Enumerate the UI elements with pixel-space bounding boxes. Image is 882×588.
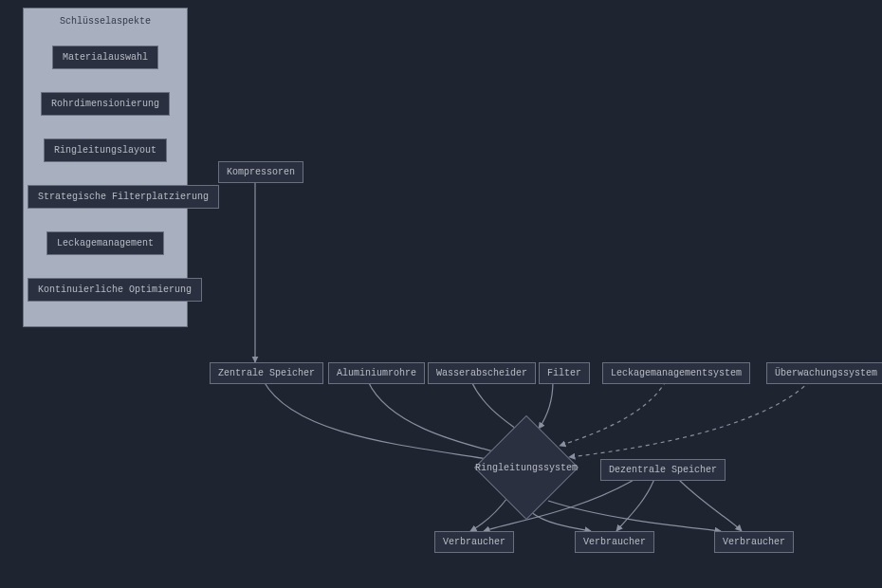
panel-item-filterplatzierung[interactable]: Strategische Filterplatzierung — [28, 185, 219, 209]
node-aluminiumrohre[interactable]: Aluminiumrohre — [328, 362, 425, 384]
panel-item-ringleitungslayout[interactable]: Ringleitungslayout — [44, 138, 167, 162]
panel-item-materialauswahl[interactable]: Materialauswahl — [52, 46, 158, 69]
panel-item-leckagemanagement[interactable]: Leckagemanagement — [46, 231, 164, 255]
key-aspects-panel: Schlüsselaspekte Materialauswahl Rohrdim… — [23, 8, 188, 327]
node-dezentrale-speicher[interactable]: Dezentrale Speicher — [600, 459, 726, 481]
node-ringleitungssystem-label: Ringleitungssystem — [474, 463, 579, 473]
node-wasserabscheider[interactable]: Wasserabscheider — [428, 362, 536, 384]
node-zentrale-speicher[interactable]: Zentrale Speicher — [210, 362, 323, 384]
node-kompressoren[interactable]: Kompressoren — [218, 161, 303, 183]
node-verbraucher-3[interactable]: Verbraucher — [714, 531, 794, 553]
node-ringleitungssystem[interactable]: Ringleitungssystem — [474, 415, 579, 520]
panel-title: Schlüsselaspekte — [28, 16, 183, 27]
node-filter[interactable]: Filter — [539, 362, 590, 384]
panel-item-optimierung[interactable]: Kontinuierliche Optimierung — [28, 278, 202, 302]
node-verbraucher-2[interactable]: Verbraucher — [575, 531, 654, 553]
panel-item-rohrdimensionierung[interactable]: Rohrdimensionierung — [41, 92, 170, 116]
node-verbraucher-1[interactable]: Verbraucher — [434, 531, 514, 553]
node-ueberwachungssystem[interactable]: Überwachungssystem — [766, 362, 882, 384]
node-leckagemanagementsystem[interactable]: Leckagemanagementsystem — [602, 362, 750, 384]
